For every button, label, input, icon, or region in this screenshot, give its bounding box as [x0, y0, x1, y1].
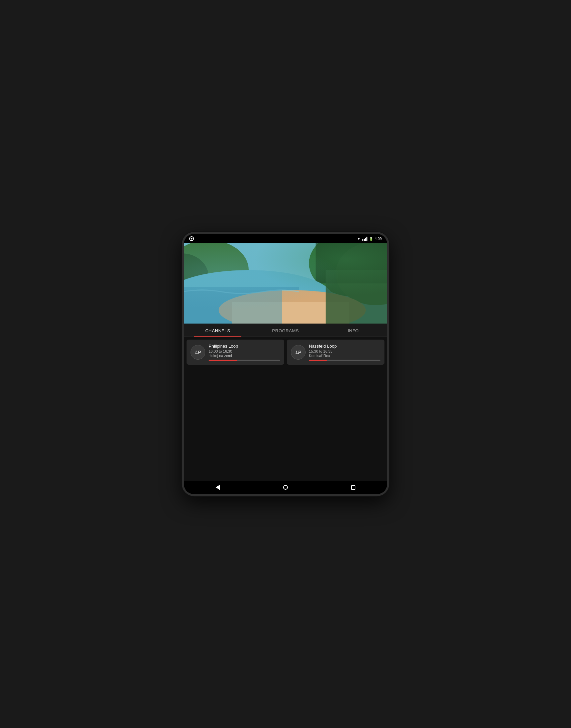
- status-bar-right: ▼ 🔋 4:09: [357, 237, 382, 241]
- channel-program-1: Hokej na zemi: [209, 354, 280, 358]
- tab-info[interactable]: INFO: [319, 324, 387, 337]
- tab-channels[interactable]: CHANNELS: [184, 324, 252, 337]
- wifi-icon: ▼: [357, 237, 361, 241]
- channel-card-2[interactable]: LP Nassfeld Loop 15:30 to 16:35 Komisař …: [287, 340, 384, 365]
- tab-programs[interactable]: PROGRAMS: [252, 324, 320, 337]
- nav-recent-button[interactable]: [347, 481, 360, 494]
- progress-fill-1: [209, 360, 237, 361]
- channel-logo-2: LP: [291, 345, 306, 360]
- home-icon: [283, 485, 288, 490]
- channel-name-1: Philipines Loop: [209, 344, 280, 349]
- channel-logo-1: LP: [191, 345, 205, 360]
- channel-card-1[interactable]: LP Philipines Loop 16:00 to 16:30 Hokej …: [187, 340, 284, 365]
- tab-bar: CHANNELS PROGRAMS INFO: [184, 324, 387, 337]
- channel-program-2: Komisař Rex: [309, 354, 380, 358]
- progress-container-2: [309, 360, 380, 361]
- channel-list: LP Philipines Loop 16:00 to 16:30 Hokej …: [184, 337, 387, 481]
- progress-container-1: [209, 360, 280, 361]
- channel-time-2: 15:30 to 16:35: [309, 349, 380, 353]
- camera-icon: [189, 236, 194, 241]
- status-bar: ▼ 🔋 4:09: [184, 234, 387, 243]
- recent-icon: [351, 485, 355, 490]
- channel-info-2: Nassfeld Loop 15:30 to 16:35 Komisař Rex: [309, 344, 380, 361]
- channel-name-2: Nassfeld Loop: [309, 344, 380, 349]
- channel-time-1: 16:00 to 16:30: [209, 349, 280, 353]
- app-content: CHANNELS PROGRAMS INFO LP Philipines Loo…: [184, 243, 387, 494]
- nav-back-button[interactable]: [211, 481, 224, 494]
- status-bar-left: [189, 236, 194, 241]
- device-frame: ▼ 🔋 4:09: [182, 232, 389, 496]
- time-display: 4:09: [375, 237, 382, 241]
- video-player[interactable]: [184, 243, 387, 324]
- progress-fill-2: [309, 360, 327, 361]
- nav-bar: [184, 481, 387, 494]
- nav-home-button[interactable]: [279, 481, 292, 494]
- signal-icon: [362, 237, 367, 241]
- back-icon: [216, 485, 220, 490]
- battery-icon: 🔋: [369, 237, 373, 241]
- video-overlay: [184, 243, 387, 324]
- channel-info-1: Philipines Loop 16:00 to 16:30 Hokej na …: [209, 344, 280, 361]
